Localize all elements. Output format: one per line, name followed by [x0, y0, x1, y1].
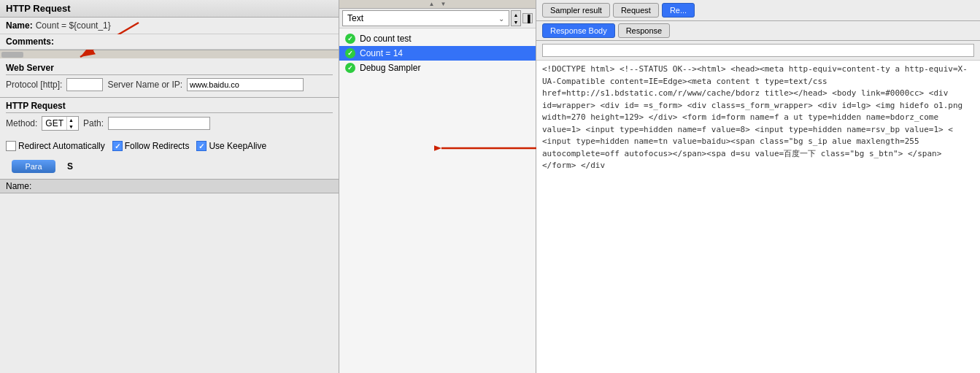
protocol-label: Protocol [http]: [6, 80, 62, 90]
tree-item-debug[interactable]: Debug Sampler [339, 61, 536, 75]
method-value: GET [45, 118, 63, 128]
follow-redirects-label: Follow Redirects [125, 141, 190, 151]
sampler-result-tab[interactable]: Sampler result [542, 3, 610, 18]
tree-item-count14[interactable]: Count = 14 [339, 46, 536, 61]
panel-title: HTTP Request [0, 0, 339, 18]
middle-panel: ▲ ▼ Text ⌄ ▲ ▼ ▐ Do count test Count = 1… [339, 0, 536, 373]
http-request-label: HTTP Request [6, 101, 333, 113]
response-content: <!DOCTYPE html> <!--STATUS OK--><html> <… [536, 61, 980, 373]
follow-redirects-box[interactable]: ✓ [112, 141, 123, 151]
search-input[interactable] [542, 44, 974, 57]
checkbox-row: Redirect Automatically ✓ Follow Redirect… [0, 138, 339, 154]
response-body-tab[interactable]: Response Body [542, 23, 615, 38]
dropdown-stepper[interactable]: ▲ ▼ [511, 10, 521, 26]
main-container: HTTP Request Name: Count = ${count_1} Co… [0, 0, 980, 373]
comments-row: Comments: [0, 34, 339, 50]
response-tab[interactable]: Re... [662, 3, 695, 18]
scroll-bar-horizontal[interactable] [0, 50, 339, 58]
dropdown-arrow-icon[interactable]: ⌄ [498, 15, 504, 23]
follow-redirects-checkbox[interactable]: ✓ Follow Redirects [112, 141, 190, 151]
tree-item-label: Do count test [360, 34, 412, 44]
response-tabs: Response Body Response [536, 21, 980, 41]
dropdown-text: Text [347, 13, 363, 23]
name-label: Name: [6, 20, 33, 31]
redirect-auto-label: Redirect Automatically [18, 141, 105, 151]
web-server-section: Web Server Protocol [http]: Server Name … [0, 58, 339, 97]
path-label: Path: [83, 118, 104, 128]
name-row: Name: Count = ${count_1} [0, 18, 339, 34]
name-table-header: Name: [0, 179, 339, 193]
protocol-row: Protocol [http]: Server Name or IP: [6, 78, 333, 91]
use-keepalive-box[interactable]: ✓ [196, 141, 207, 151]
stepper-up-icon[interactable]: ▲ [67, 117, 75, 123]
server-label: Server Name or IP: [107, 80, 182, 90]
para-button[interactable]: Para [12, 160, 55, 173]
path-input[interactable] [108, 117, 210, 130]
method-stepper[interactable]: ▲ ▼ [66, 117, 75, 130]
redirect-auto-box[interactable] [6, 141, 16, 151]
green-circle-icon [345, 34, 355, 44]
s-label: S [67, 161, 73, 172]
stepper-down-icon[interactable]: ▼ [512, 18, 520, 26]
checkmark-icon: ✓ [115, 142, 120, 150]
panel-scroll-top: ▲ ▼ [339, 0, 536, 9]
result-tabs: Sampler result Request Re... [536, 0, 980, 21]
text-dropdown[interactable]: Text ⌄ [342, 10, 509, 26]
server-input[interactable] [187, 78, 304, 91]
redirect-auto-checkbox[interactable]: Redirect Automatically [6, 141, 105, 151]
text-dropdown-row: Text ⌄ ▲ ▼ ▐ [339, 9, 536, 28]
checkmark-icon2: ✓ [198, 142, 204, 150]
stepper-up-icon[interactable]: ▲ [512, 11, 520, 18]
method-select[interactable]: GET ▲ ▼ [42, 116, 79, 131]
search-bar [536, 41, 980, 61]
green-circle-icon3 [345, 63, 355, 73]
response-other-tab[interactable]: Response [618, 23, 671, 38]
left-panel: HTTP Request Name: Count = ${count_1} Co… [0, 0, 339, 373]
divider-icon[interactable]: ▐ [522, 13, 533, 23]
method-row: Method: GET ▲ ▼ Path: [6, 116, 333, 131]
green-circle-icon2 [345, 48, 355, 58]
right-panel: Sampler result Request Re... Response Bo… [536, 0, 980, 373]
method-label: Method: [6, 118, 37, 128]
use-keepalive-label: Use KeepAlive [209, 141, 266, 151]
name-value: Count = ${count_1} [36, 20, 111, 31]
tree-item-label-count: Count = 14 [360, 48, 403, 58]
name-column-label: Name: [6, 181, 31, 191]
web-server-title: Web Server [6, 63, 333, 75]
comments-label: Comments: [6, 36, 54, 47]
tree-item-do-count[interactable]: Do count test [339, 31, 536, 46]
protocol-input[interactable] [66, 78, 103, 91]
stepper-down-icon[interactable]: ▼ [67, 123, 75, 130]
scroll-down-icon[interactable]: ▼ [441, 1, 447, 7]
tree-list: Do count test Count = 14 Debug Sampler [339, 28, 536, 373]
tree-item-label-debug: Debug Sampler [360, 63, 420, 73]
http-request-section: HTTP Request Method: GET ▲ ▼ Path: [0, 97, 339, 138]
scroll-up-icon[interactable]: ▲ [429, 1, 435, 7]
request-tab[interactable]: Request [613, 3, 659, 18]
use-keepalive-checkbox[interactable]: ✓ Use KeepAlive [196, 141, 266, 151]
scroll-thumb[interactable] [1, 52, 23, 58]
para-row: Para S [0, 154, 339, 179]
